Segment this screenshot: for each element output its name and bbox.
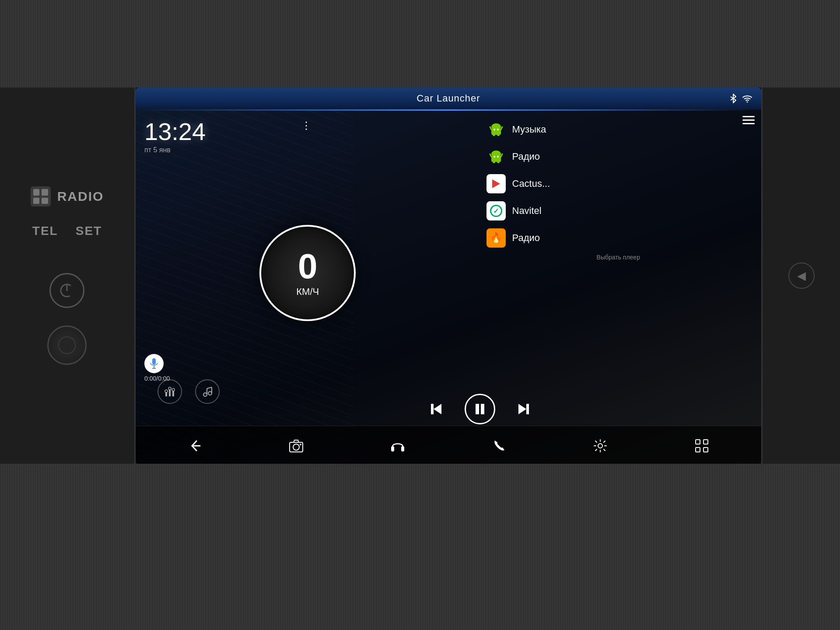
- radio-grid-icon: [31, 186, 51, 206]
- settings-button[interactable]: [588, 434, 612, 458]
- grid-button[interactable]: [690, 434, 714, 458]
- speedometer: 0 КМ/Ч: [259, 225, 356, 321]
- camera-button[interactable]: [284, 434, 308, 458]
- screen-left: 13:24 пт 5 янв ⋮ 0 КМ/Ч: [136, 111, 480, 426]
- equalizer-icon: [164, 386, 175, 397]
- screen-topbar: Car Launcher: [136, 88, 761, 109]
- power-section: [49, 264, 84, 308]
- headphones-icon: [390, 438, 406, 454]
- grid-icon: [694, 438, 710, 454]
- android-radio-icon: [486, 147, 506, 166]
- left-panel: RADIO TEL SET: [0, 88, 136, 464]
- radio-orange-app-icon: 🔥: [486, 228, 506, 248]
- phone-icon: [491, 438, 507, 454]
- svg-point-23: [494, 129, 495, 130]
- back-icon: [188, 438, 203, 453]
- svg-point-32: [497, 156, 499, 158]
- main-screen: Car Launcher: [136, 88, 761, 464]
- screen-content: 13:24 пт 5 янв ⋮ 0 КМ/Ч: [136, 111, 761, 426]
- menu-label-navitel: Navitel: [512, 205, 542, 217]
- back-button[interactable]: [183, 434, 207, 458]
- headphones-button[interactable]: [385, 434, 410, 458]
- svg-line-16: [207, 387, 212, 388]
- speed-value: 0: [298, 249, 318, 284]
- menu-item-radio1[interactable]: Радио: [482, 144, 755, 169]
- music-note-button[interactable]: [195, 379, 220, 404]
- svg-rect-26: [491, 156, 501, 162]
- svg-rect-7: [169, 389, 171, 396]
- svg-line-29: [490, 154, 491, 157]
- navitel-app-icon: [486, 201, 506, 220]
- menu-item-music[interactable]: Музыка: [482, 117, 755, 142]
- navitel-check-icon: [490, 205, 502, 217]
- svg-marker-33: [434, 404, 441, 414]
- prev-icon: [427, 400, 445, 418]
- top-panel: [0, 0, 840, 88]
- wifi-icon: [742, 93, 752, 104]
- svg-rect-18: [491, 129, 501, 135]
- right-panel: ◀: [761, 88, 840, 464]
- equalizer-button[interactable]: [158, 379, 182, 404]
- svg-rect-43: [391, 446, 394, 452]
- knob-area: [47, 326, 87, 365]
- svg-rect-49: [704, 448, 708, 452]
- svg-point-42: [300, 444, 301, 445]
- svg-rect-3: [152, 358, 156, 364]
- svg-rect-34: [431, 404, 434, 414]
- android-icon-radio: [487, 148, 505, 165]
- svg-rect-35: [476, 404, 479, 414]
- cactus-app-icon: [486, 174, 506, 193]
- date-display: пт 5 янв: [144, 146, 171, 154]
- screen-bottombar: [136, 426, 761, 464]
- screen-title: Car Launcher: [416, 93, 480, 104]
- svg-point-31: [494, 156, 495, 158]
- volume-knob[interactable]: [47, 326, 87, 365]
- svg-rect-36: [481, 404, 484, 414]
- prev-button[interactable]: [425, 398, 447, 420]
- svg-rect-8: [172, 391, 174, 396]
- menu-label-music: Музыка: [512, 124, 546, 135]
- pause-icon: [472, 401, 488, 417]
- menu-item-navitel[interactable]: Navitel: [482, 199, 755, 223]
- svg-rect-48: [696, 448, 700, 452]
- dashboard: RADIO TEL SET: [0, 0, 840, 630]
- svg-line-21: [490, 127, 491, 130]
- status-icons: [728, 93, 752, 104]
- next-button[interactable]: [513, 398, 535, 420]
- menu-item-cactus[interactable]: Cactus...: [482, 172, 755, 196]
- three-dots-button[interactable]: ⋮: [301, 119, 312, 132]
- pause-button[interactable]: [465, 394, 495, 424]
- svg-point-28: [497, 161, 500, 163]
- menu-label-radio2: Радио: [512, 232, 540, 244]
- radio-section: RADIO: [31, 186, 104, 206]
- screen-menu: Музыка: [480, 111, 762, 426]
- tel-label[interactable]: TEL: [32, 224, 58, 238]
- settings-icon: [592, 438, 608, 454]
- svg-point-20: [497, 133, 500, 136]
- music-icons: [158, 379, 220, 404]
- tel-set-row: TEL SET: [32, 224, 102, 238]
- android-music-icon: [486, 120, 506, 139]
- set-label[interactable]: SET: [76, 224, 102, 238]
- power-icon: [58, 282, 76, 299]
- svg-line-22: [501, 127, 502, 130]
- svg-point-45: [598, 444, 602, 448]
- music-note-icon: [202, 386, 213, 397]
- voice-button[interactable]: [144, 354, 164, 373]
- svg-point-41: [293, 444, 299, 450]
- svg-point-24: [497, 129, 499, 130]
- svg-rect-47: [704, 440, 708, 444]
- right-arrow-btn[interactable]: ◀: [788, 262, 815, 289]
- phone-button[interactable]: [487, 434, 511, 458]
- svg-point-13: [208, 392, 212, 395]
- svg-rect-44: [401, 446, 404, 452]
- speed-unit: КМ/Ч: [296, 286, 319, 298]
- power-button[interactable]: [49, 273, 84, 308]
- menu-item-radio2[interactable]: 🔥 Радио: [482, 226, 755, 250]
- svg-point-12: [203, 393, 207, 396]
- camera-icon: [288, 438, 304, 454]
- cactus-play-icon: [492, 179, 500, 188]
- android-icon-music: [487, 121, 505, 138]
- radio-label[interactable]: RADIO: [57, 189, 104, 204]
- select-player-label[interactable]: Выбрать плеер: [482, 254, 755, 261]
